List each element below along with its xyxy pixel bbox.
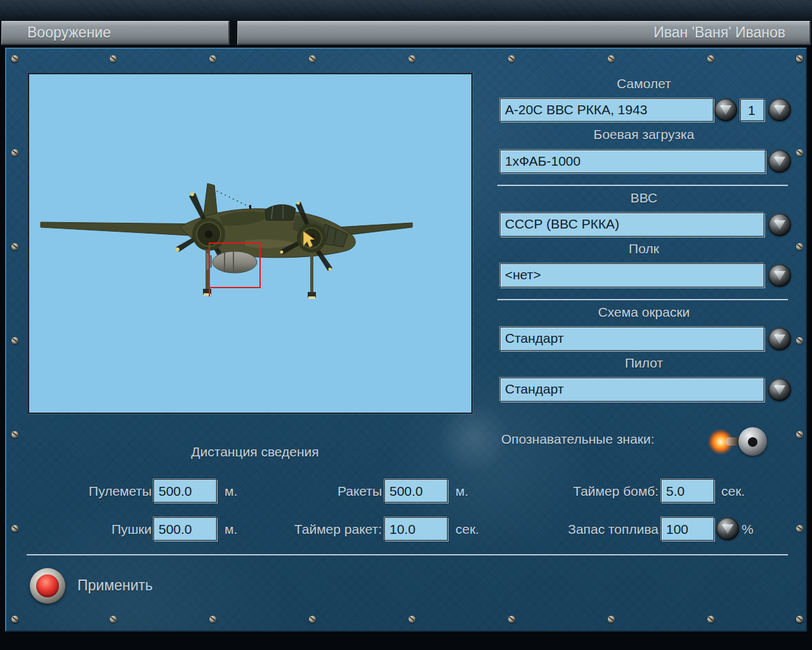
regiment-select[interactable]: <нет> (500, 263, 764, 288)
chevron-down-icon (722, 524, 733, 534)
loadout-dropdown-button[interactable] (768, 150, 791, 173)
section-divider (497, 185, 788, 186)
chevron-down-icon (774, 385, 785, 395)
screw-icon (608, 616, 615, 623)
footer-divider (27, 554, 788, 555)
airforce-label: ВВС (500, 190, 788, 206)
chevron-down-icon (774, 335, 785, 344)
chevron-down-icon (774, 157, 785, 166)
aircraft-dropdown-button[interactable] (714, 98, 737, 121)
loadout-label: Боевая загрузка (500, 127, 788, 142)
tab-armament[interactable]: Вооружение (1, 21, 230, 45)
screw-icon (796, 243, 803, 250)
screw-icon (796, 149, 803, 156)
screw-icon (796, 525, 803, 532)
cannons-unit: м. (225, 522, 237, 537)
fuel-input[interactable] (661, 517, 714, 541)
bomb-timer-label: Таймер бомб: (540, 484, 658, 499)
rockets-label: Ракеты (282, 484, 382, 499)
rockets-unit: м. (455, 484, 468, 499)
aircraft-preview[interactable] (28, 73, 473, 414)
markings-toggle[interactable] (704, 424, 768, 460)
fuel-label: Запас топлива (540, 522, 658, 537)
screw-icon (707, 55, 714, 62)
airforce-select[interactable]: СССР (ВВС РККА) (500, 213, 764, 237)
paint-scheme-dropdown-button[interactable] (768, 328, 791, 350)
bomb-timer-unit: сек. (721, 484, 745, 499)
screw-icon (508, 616, 515, 623)
loadout-select[interactable]: 1хФАБ-1000 (500, 150, 766, 173)
machineguns-convergence-input[interactable] (154, 479, 217, 503)
paint-scheme-label: Схема окраски (500, 305, 788, 320)
rockets-convergence-input[interactable] (384, 479, 448, 503)
armament-screen: Вооружение Иван 'Ваня' Иванов (0, 0, 812, 650)
cannons-label: Пушки (52, 522, 152, 537)
screw-icon (11, 55, 18, 62)
convergence-title: Дистанция сведения (96, 444, 414, 460)
chevron-down-icon (774, 105, 785, 115)
paint-scheme-select[interactable]: Стандарт (500, 327, 764, 351)
aircraft-preview-image (29, 74, 471, 413)
rocket-timer-input[interactable] (384, 517, 448, 541)
screw-icon (11, 243, 18, 250)
rocket-timer-unit: сек. (455, 522, 479, 537)
top-strip (0, 0, 812, 21)
chevron-down-icon (720, 105, 731, 115)
cannons-convergence-input[interactable] (154, 517, 217, 541)
pilot-label: Пилот (500, 355, 788, 371)
player-name-bar: Иван 'Ваня' Иванов (237, 21, 811, 45)
machineguns-label: Пулеметы (52, 484, 152, 499)
screw-icon (209, 55, 216, 62)
screw-icon (608, 55, 615, 62)
screw-icon (508, 55, 515, 62)
aircraft-count-dropdown-button[interactable] (768, 98, 791, 121)
screw-icon (11, 337, 18, 344)
screw-icon (209, 616, 216, 623)
section-divider (497, 299, 788, 300)
fuel-dropdown-button[interactable] (716, 517, 739, 540)
markings-label: Опознавательные знаки: (501, 432, 655, 447)
screw-icon (409, 616, 416, 623)
screw-icon (409, 55, 416, 62)
screw-icon (110, 616, 117, 623)
screw-icon (309, 55, 316, 62)
aircraft-count-field[interactable]: 1 (740, 99, 764, 121)
screw-icon (796, 616, 803, 623)
screw-icon (309, 616, 316, 623)
aircraft-select[interactable]: А-20С ВВС РККА, 1943 (500, 98, 714, 122)
screw-icon (796, 55, 803, 62)
chevron-down-icon (774, 271, 785, 281)
screw-icon (796, 431, 803, 438)
regiment-label: Полк (500, 241, 788, 256)
pilot-dropdown-button[interactable] (768, 378, 791, 401)
pilot-select[interactable]: Стандарт (500, 378, 764, 402)
screw-icon (11, 525, 18, 532)
aircraft-label: Самолет (500, 76, 788, 91)
screw-icon (11, 149, 18, 156)
machineguns-unit: м. (225, 484, 237, 499)
regiment-dropdown-button[interactable] (768, 264, 791, 287)
screw-icon (707, 616, 714, 623)
screw-icon (11, 616, 18, 623)
apply-button-label[interactable]: Применить (77, 577, 153, 594)
screw-icon (11, 431, 18, 438)
chevron-down-icon (774, 220, 785, 230)
fuel-unit: % (742, 522, 754, 537)
bomb-timer-input[interactable] (661, 479, 714, 503)
toggle-base-icon (738, 427, 767, 456)
tab-bar: Вооружение Иван 'Ваня' Иванов (0, 21, 812, 45)
main-panel: Самолет А-20С ВВС РККА, 1943 1 Боевая за… (5, 48, 807, 632)
screw-icon (110, 55, 117, 62)
screw-icon (796, 337, 803, 344)
apply-button[interactable] (30, 568, 65, 604)
airforce-dropdown-button[interactable] (768, 213, 791, 236)
rocket-timer-label: Таймер ракет: (256, 522, 382, 537)
